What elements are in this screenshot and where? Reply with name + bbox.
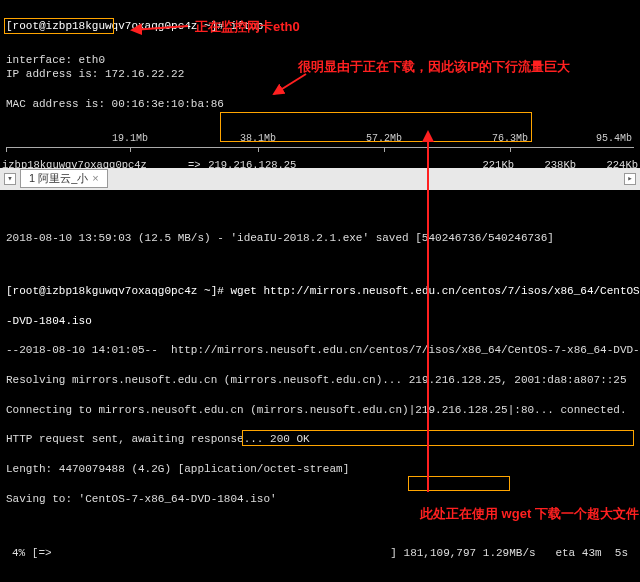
tab-bar: ▾ 1 阿里云_小× ▸ [0, 168, 640, 190]
annotation-traffic: 很明显由于正在下载，因此该IP的下行流量巨大 [298, 58, 570, 76]
highlight-row [220, 112, 532, 142]
tab-menu-icon[interactable]: ▾ [4, 173, 16, 185]
wget-line-5: Length: 4470079488 (4.2G) [application/o… [6, 462, 634, 477]
annotation-monitoring: 正在监控网卡eth0 [195, 18, 300, 36]
wget-saved: 2018-08-10 13:59:03 (12.5 MB/s) - 'ideaI… [6, 231, 634, 246]
close-icon[interactable]: × [92, 172, 98, 184]
mac-line: MAC address is: 00:16:3e:10:ba:86 [6, 97, 634, 112]
highlight-wget-cmd [242, 430, 634, 446]
wget-line-1: --2018-08-10 14:01:05-- http://mirrors.n… [6, 343, 634, 358]
wget-command-cont: -DVD-1804.iso [6, 314, 634, 329]
resolved-ip: 219.216.128.25 [409, 374, 501, 386]
interface-line: interface: eth0 [6, 54, 105, 66]
wget-command: wget http://mirrors.neusoft.edu.cn/cento… [230, 285, 639, 297]
wget-line-3: Connecting to mirrors.neusoft.edu.cn (mi… [6, 403, 634, 418]
tab-add-icon[interactable]: ▸ [624, 173, 636, 185]
annotation-wget: 此处正在使用 wget 下载一个超大文件 [420, 505, 639, 523]
wget-prompt: [root@izbp18kguwqv7oxaqg0pc4z ~]# [6, 285, 224, 297]
progress-line: 4% [=> ] 181,109,797 1.29MB/s eta 43m 5s [6, 544, 634, 563]
highlight-interface [4, 18, 114, 34]
highlight-ip [408, 476, 510, 491]
tab-session[interactable]: 1 阿里云_小× [20, 169, 108, 188]
